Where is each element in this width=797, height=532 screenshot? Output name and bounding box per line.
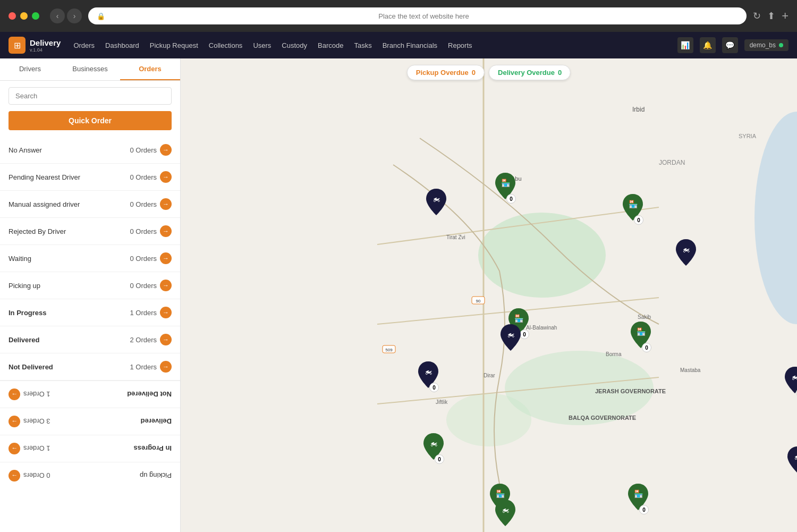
nav-branch-financials[interactable]: Branch Financials (383, 41, 437, 49)
lock-icon: 🔒 (97, 12, 105, 20)
brand-version: v.1.04 (30, 47, 61, 53)
map-pin-bike-6[interactable]: 🏍 0 (786, 446, 797, 477)
not-delivered-flipped-arrow[interactable]: → (9, 389, 20, 400)
share-button[interactable]: ⬆ (767, 10, 775, 22)
order-item-rejected-by-driver[interactable]: Rejected By Driver 0 Orders → (0, 218, 180, 245)
order-item-pending-nearest[interactable]: Pending Nearest Driver 0 Orders → (0, 164, 180, 191)
username: demo_bs (750, 41, 776, 49)
refresh-button[interactable]: ↻ (753, 10, 761, 22)
order-item-no-answer[interactable]: No Answer 0 Orders → (0, 137, 180, 164)
maximize-button[interactable] (32, 12, 39, 20)
nav-reports[interactable]: Reports (448, 41, 472, 49)
not-delivered-flipped-label: Not Delivered (127, 391, 172, 399)
svg-point-4 (446, 393, 531, 446)
tab-businesses[interactable]: Businesses (60, 58, 120, 80)
map-pin-bike-4[interactable]: 🏍 0 (417, 361, 439, 392)
map-pin-bike-1[interactable]: 🏍 (425, 189, 447, 215)
order-item-not-delivered-flipped[interactable]: Not Delivered 1 Orders → (0, 381, 180, 408)
pickup-overdue-badge[interactable]: Pickup Overdue 0 (407, 65, 485, 80)
browser-chrome: ‹ › 🔒 Place the text of website here ↻ ⬆… (0, 0, 797, 32)
nav-dashboard[interactable]: Dashboard (105, 41, 139, 49)
svg-text:🏍: 🏍 (682, 245, 690, 254)
address-text: Place the text of website here (109, 12, 738, 20)
delivered-flipped-arrow[interactable]: → (9, 416, 20, 427)
close-button[interactable] (9, 12, 16, 20)
user-badge[interactable]: demo_bs (744, 39, 788, 51)
pending-nearest-arrow[interactable]: → (160, 171, 172, 183)
map-pin-bike-7[interactable]: 🏍 (494, 500, 516, 526)
main-content: Drivers Businesses Orders Quick Order No… (0, 58, 797, 532)
delivered-arrow[interactable]: → (160, 334, 172, 345)
pin-count-2: 0 (634, 215, 643, 225)
analytics-icon[interactable]: 📊 (677, 37, 693, 53)
no-answer-label: No Answer (9, 146, 42, 154)
map-pin-store-6[interactable]: 🏪 0 (627, 484, 649, 514)
delivery-overdue-badge[interactable]: Delivery Overdue 0 (489, 65, 571, 80)
pending-nearest-count: 0 Orders → (130, 171, 172, 183)
svg-text:Irbid: Irbid (632, 106, 645, 113)
quick-order-button[interactable]: Quick Order (9, 111, 172, 130)
order-item-delivered-flipped[interactable]: Delivered 3 Orders → (0, 408, 180, 435)
order-item-not-delivered[interactable]: Not Delivered 1 Orders → (0, 353, 180, 381)
order-item-picking-up[interactable]: Picking up 0 Orders → (0, 272, 180, 299)
nav-tasks[interactable]: Tasks (354, 41, 371, 49)
map-area[interactable]: 90 509 JERASH GOVERNORATE BALQA GOVERNOR… (181, 58, 797, 532)
pin-count-7: 0 (639, 505, 649, 514)
order-item-waiting[interactable]: Waiting 0 Orders → (0, 245, 180, 272)
notifications-icon[interactable]: 🔔 (700, 37, 716, 53)
nav-orders[interactable]: Orders (73, 41, 95, 49)
map-pin-bike-3[interactable]: 🏍 (499, 324, 522, 351)
picking-up-arrow[interactable]: → (160, 280, 172, 291)
nav-barcode[interactable]: Barcode (318, 41, 343, 49)
in-progress-arrow[interactable]: → (160, 307, 172, 318)
map-pin-store-1[interactable]: 🏪 0 (494, 173, 516, 204)
not-delivered-arrow[interactable]: → (160, 361, 172, 373)
waiting-arrow[interactable]: → (160, 252, 172, 264)
nav-custody[interactable]: Custody (282, 41, 307, 49)
delivery-overdue-count: 0 (558, 69, 562, 77)
map-pin-store-2[interactable]: 🏪 0 (622, 194, 644, 225)
forward-button[interactable]: › (67, 9, 82, 23)
svg-text:🏪: 🏪 (501, 179, 511, 188)
delivered-label: Delivered (9, 336, 40, 344)
address-bar[interactable]: 🔒 Place the text of website here (88, 7, 747, 24)
svg-rect-0 (181, 58, 797, 532)
no-answer-arrow[interactable]: → (160, 144, 172, 156)
rejected-by-driver-arrow[interactable]: → (160, 225, 172, 237)
order-item-manual-assigned[interactable]: Manual assigned driver 0 Orders → (0, 191, 180, 218)
messages-icon[interactable]: 💬 (722, 37, 738, 53)
map-pin-store-4[interactable]: 🏪 0 (630, 322, 652, 352)
new-tab-button[interactable]: + (782, 9, 788, 23)
svg-text:🏍: 🏍 (425, 367, 432, 376)
back-button[interactable]: ‹ (50, 9, 65, 23)
browser-actions: ↻ ⬆ + (753, 9, 788, 23)
svg-text:🏍: 🏍 (502, 505, 509, 514)
delivered-flipped-count: 3 Orders → (9, 416, 50, 427)
tab-drivers[interactable]: Drivers (0, 58, 60, 80)
map-pin-bike-5[interactable]: 🏍 0 (784, 367, 797, 398)
map-pin-store-7[interactable]: 🏍 0 (422, 433, 445, 464)
order-item-in-progress-flipped[interactable]: In Progress 1 Orders → (0, 435, 180, 462)
svg-text:509: 509 (385, 348, 393, 352)
tab-orders[interactable]: Orders (120, 58, 180, 80)
map-pin-bike-2[interactable]: 🏍 (675, 239, 697, 266)
in-progress-label: In Progress (9, 309, 47, 317)
pin-count-4b: 0 (429, 383, 439, 392)
svg-text:🏪: 🏪 (637, 327, 646, 336)
svg-text:Sakib: Sakib (638, 314, 651, 320)
delivered-flipped-label: Delivered (140, 418, 172, 426)
nav-links: Orders Dashboard Pickup Request Collecti… (73, 41, 664, 49)
minimize-button[interactable] (20, 12, 28, 20)
manual-assigned-arrow[interactable]: → (160, 198, 172, 210)
nav-users[interactable]: Users (253, 41, 271, 49)
picking-up-flipped-label: Picking up (140, 472, 172, 480)
order-items-list: No Answer 0 Orders → Pending Nearest Dri… (0, 137, 180, 532)
order-item-delivered[interactable]: Delivered 2 Orders → (0, 326, 180, 353)
order-item-in-progress[interactable]: In Progress 1 Orders → (0, 299, 180, 326)
nav-collections[interactable]: Collections (209, 41, 243, 49)
picking-up-flipped-arrow[interactable]: → (9, 470, 20, 482)
in-progress-flipped-arrow[interactable]: → (9, 443, 20, 454)
search-input[interactable] (9, 87, 172, 105)
nav-pickup-request[interactable]: Pickup Request (150, 41, 198, 49)
order-item-picking-up-flipped[interactable]: Picking up 0 Orders → (0, 462, 180, 489)
